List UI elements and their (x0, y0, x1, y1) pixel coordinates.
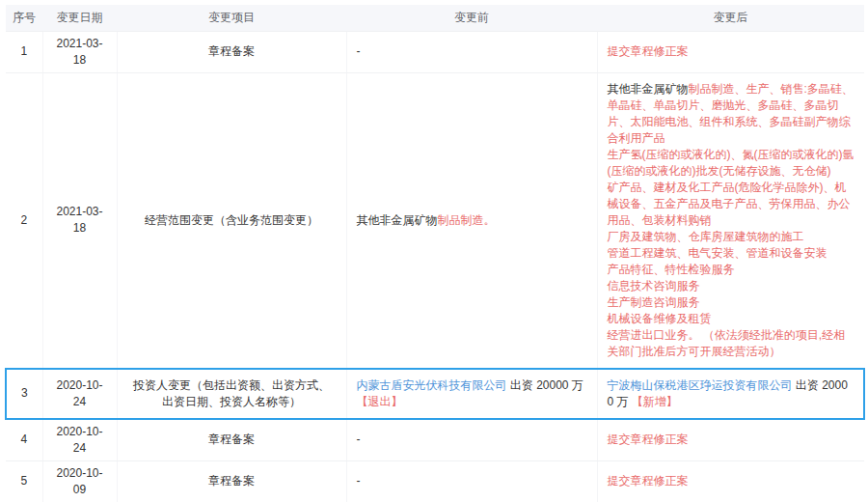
cell-no: 5 (6, 460, 42, 502)
text-segment: 【退出】 (357, 395, 403, 408)
cell-no: 4 (6, 419, 42, 461)
cell-date: 2020-10-24 (42, 419, 117, 461)
cell-item: 章程备案 (117, 460, 346, 502)
cell-no: 2 (6, 72, 42, 369)
cell-before: - (346, 31, 597, 72)
item-label: 章程备案 (129, 43, 335, 60)
column-header-date: 变更日期 (42, 5, 117, 31)
cell-no: 3 (6, 369, 42, 419)
cell-date: 2021-03-18 (42, 31, 117, 72)
company-link[interactable]: 宁波梅山保税港区琤运投资有限公司 (608, 378, 793, 392)
cell-item: 章程备案 (117, 31, 346, 72)
table-row: 22021-03-18经营范围变更（含业务范围变更）其他非金属矿物制品制造。其他… (6, 72, 864, 369)
cell-after: 提交章程修正案 (597, 460, 864, 502)
cell-date: 2020-10-09 (42, 460, 117, 502)
text-segment: 其他非金属矿物 (608, 82, 689, 96)
cell-before: - (346, 460, 597, 502)
text-segment: 出资 20000 万 (507, 378, 583, 392)
change-record-table-container: 序号 变更日期 变更项目 变更前 变更后 12021-03-18章程备案-提交章… (5, 5, 863, 502)
item-label: 章程备案 (129, 432, 335, 448)
cell-before: - (346, 419, 597, 461)
cell-after: 宁波梅山保税港区琤运投资有限公司 出资 2000 0 万 【新增】 (597, 369, 864, 419)
cell-item: 投资人变更（包括出资额、出资方式、出资日期、投资人名称等） (117, 369, 346, 419)
text-segment: 制品制造、生产、销售:多晶硅、单晶硅、单晶切片、磨抛光、多晶硅、多晶切片、太阳能… (608, 82, 854, 358)
cell-after: 提交章程修正案 (597, 31, 864, 72)
cell-date: 2021-03-18 (42, 72, 117, 369)
cell-item: 章程备案 (117, 419, 346, 461)
text-segment: - (357, 44, 361, 58)
column-header-after: 变更后 (597, 5, 864, 31)
column-header-before: 变更前 (346, 5, 597, 31)
text-segment: 【新增】 (632, 395, 678, 408)
text-segment: 提交章程修正案 (608, 474, 689, 488)
text-segment: 制品制造。 (438, 213, 496, 227)
column-header-no: 序号 (6, 5, 42, 31)
table-row: 52020-10-09章程备案-提交章程修正案 (6, 460, 864, 502)
cell-item: 经营范围变更（含业务范围变更） (117, 72, 346, 369)
cell-before: 其他非金属矿物制品制造。 (346, 72, 597, 369)
text-segment: 提交章程修正案 (608, 44, 689, 58)
text-segment: - (357, 432, 361, 446)
change-record-table: 序号 变更日期 变更项目 变更前 变更后 12021-03-18章程备案-提交章… (5, 5, 865, 502)
cell-no: 1 (6, 31, 42, 72)
item-label: 投资人变更（包括出资额、出资方式、出资日期、投资人名称等） (129, 377, 335, 410)
table-row[interactable]: 32020-10-24投资人变更（包括出资额、出资方式、出资日期、投资人名称等）… (6, 369, 864, 419)
cell-before: 内蒙古盾安光伏科技有限公司 出资 20000 万 【退出】 (346, 369, 597, 419)
item-label: 经营范围变更（含业务范围变更） (129, 212, 335, 229)
company-link[interactable]: 内蒙古盾安光伏科技有限公司 (357, 378, 507, 392)
cell-after: 其他非金属矿物制品制造、生产、销售:多晶硅、单晶硅、单晶切片、磨抛光、多晶硅、多… (597, 72, 864, 369)
table-row: 12021-03-18章程备案-提交章程修正案 (6, 31, 864, 72)
table-row: 42020-10-24章程备案-提交章程修正案 (6, 419, 864, 461)
table-body: 12021-03-18章程备案-提交章程修正案22021-03-18经营范围变更… (6, 31, 864, 502)
item-label: 章程备案 (129, 473, 335, 489)
column-header-item: 变更项目 (117, 5, 346, 31)
cell-date: 2020-10-24 (42, 369, 117, 419)
table-header-row: 序号 变更日期 变更项目 变更前 变更后 (6, 5, 864, 31)
text-segment: 其他非金属矿物 (357, 213, 438, 227)
text-segment: - (357, 474, 361, 488)
text-segment: 提交章程修正案 (608, 432, 689, 446)
cell-after: 提交章程修正案 (597, 419, 864, 461)
